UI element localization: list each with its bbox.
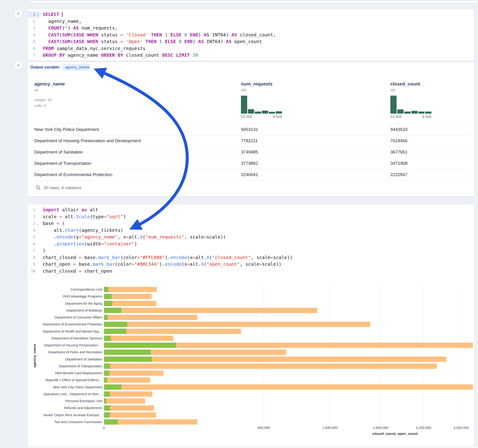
closed_count-bar (104, 398, 145, 404)
y-axis-label: Department of Transportation (59, 364, 102, 368)
previous-cell-edge (29, 0, 478, 3)
histogram-bar (390, 96, 396, 114)
code-text: ) (41, 247, 45, 254)
line-number: 1 (27, 206, 35, 213)
column-dtype: str (34, 88, 241, 92)
open_count-bar (104, 315, 107, 320)
code-line[interactable]: 5 CAST(SUM(CASE WHEN status = 'Open' THE… (27, 38, 474, 45)
x-axis-title: closed_count, open_count (372, 432, 418, 436)
y-axis-label: Mayorâ€ s Office of Special Enforce… (45, 378, 102, 382)
open_count-bar (104, 287, 108, 292)
line-number: 2 (27, 213, 35, 220)
python-cell: 1import altair as alt2scale = alt.Scale(… (27, 204, 475, 447)
table-cell: 3471908 (390, 161, 472, 166)
open_count-bar (104, 350, 151, 355)
closed_count-bar (104, 419, 197, 424)
bar-chart-svg: Correspondence UnitDHS Advantage Program… (27, 285, 474, 446)
add-cell-button[interactable]: + (14, 9, 23, 18)
x-axis-label: 1,600,000 (322, 426, 338, 429)
code-text: .properties(width="container") (41, 241, 137, 248)
y-axis-label: Department of Sanitation (65, 357, 102, 361)
line-number: 2 (27, 18, 35, 25)
histogram-bar (248, 109, 254, 114)
code-line[interactable]: 9chart_open = base.mark_bar(color="#8BC3… (27, 261, 474, 268)
open_count-bar (104, 336, 111, 341)
line-gutter: 9 (27, 261, 41, 268)
code-line[interactable]: 2 agency_name, (27, 18, 474, 25)
y-axis-label: Department of Environmental Protection (43, 322, 102, 326)
open_count-bar (104, 329, 126, 334)
column-histogram (390, 96, 431, 114)
output-variable-row: Output variable: agency_tickets (30, 63, 90, 71)
y-axis-label: Operations Unit - Department of Hom… (43, 392, 102, 396)
python-code-editor[interactable]: 1import altair as alt2scale = alt.Scale(… (27, 204, 474, 274)
code-line[interactable]: 2scale = alt.Scale(type="sqrt") (27, 213, 474, 220)
code-line[interactable]: 8chart_closed = base.mark_bar(color="#FF… (27, 254, 474, 261)
column-header[interactable]: num_requestsi6453,3049.5e6 (241, 81, 390, 124)
line-number: 4 (27, 227, 35, 234)
sql-results-cell: Output variable: agency_tickets agency_n… (27, 62, 475, 196)
table-cell: 2240041 (241, 172, 390, 177)
add-cell-button[interactable]: + (14, 61, 23, 69)
y-axis-label: Personal Exemption Unit (65, 399, 102, 403)
open_count-bar (104, 363, 110, 369)
line-number: 3 (27, 25, 35, 31)
table-row: Department of Transportation377489234719… (34, 158, 472, 169)
chevron-down-icon[interactable]: ⌄ (35, 220, 40, 227)
code-line[interactable]: 7GROUP BY agency_name ORDER BY closed_co… (27, 52, 474, 59)
code-line[interactable]: 1⌄SELECT (27, 11, 474, 18)
code-line[interactable]: 5 .encode(y="agency_name", x=alt.X("num_… (27, 234, 474, 241)
line-number: 5 (27, 38, 35, 45)
code-line[interactable]: 3⌄base = ( (27, 220, 474, 227)
table-row: Department of Housing Preservation and D… (34, 135, 472, 146)
line-number: 9 (27, 261, 35, 268)
dataframe-header: agency_namestrunique: 20nulls: 0num_requ… (34, 81, 472, 124)
chevron-down-icon[interactable]: ⌄ (35, 11, 40, 18)
line-gutter: 3 (27, 25, 41, 31)
search-icon[interactable] (36, 185, 41, 190)
line-gutter: 1⌄ (27, 12, 41, 18)
y-axis-label: Department of Consumer Affairs (54, 316, 102, 319)
table-row: Department of Sanitation37494853677651 (34, 146, 472, 158)
code-line[interactable]: 1import altair as alt (27, 206, 474, 213)
histogram-bar (397, 109, 403, 114)
column-header[interactable]: agency_namestrunique: 20nulls: 0 (34, 81, 241, 124)
histogram-range: 53,3049.5e6 (241, 115, 282, 119)
code-text: agency_name, (41, 18, 82, 25)
code-line[interactable]: 4 CAST(SUM(CASE WHEN status = 'Closed' T… (27, 31, 474, 38)
open_count-bar (104, 405, 110, 411)
x-axis-label: 0 (103, 426, 105, 429)
dataframe-body: New York City Police Department945313194… (34, 124, 472, 180)
line-gutter: 6 (27, 45, 41, 52)
y-axis-label: DHS Advantage Programs (63, 294, 102, 298)
line-gutter: 3⌄ (27, 220, 41, 227)
code-text: alt.Chart(agency_tickets) (41, 227, 123, 234)
sql-code-editor[interactable]: 1⌄SELECT 2 agency_name,3 COUNT(*) AS num… (27, 9, 474, 59)
line-number: 8 (27, 254, 35, 261)
y-axis-label: HRA Benefit Card Replacement (55, 371, 102, 375)
open_count-bar (104, 301, 112, 306)
histogram-bar (241, 96, 247, 114)
y-axis-label: Department of Buildings (66, 309, 102, 312)
code-text: base = ( (41, 220, 65, 227)
closed_count-bar (104, 391, 152, 397)
code-line[interactable]: 6FROM sample_data.nyc.service_requests (27, 45, 474, 52)
code-line[interactable]: 3 COUNT(*) AS num_requests, (27, 25, 474, 31)
code-text: chart_closed + chart_open (41, 268, 112, 275)
code-text: import altair as alt (41, 206, 98, 213)
code-text: CAST(SUM(CASE WHEN status = 'Open' THEN … (41, 38, 262, 45)
table-cell: Department of Sanitation (34, 149, 241, 155)
code-line[interactable]: 7) (27, 247, 474, 254)
table-row: New York City Police Department945313194… (34, 124, 472, 135)
column-header[interactable]: closed_counti6453,3049.4e6 (390, 81, 472, 124)
column-histogram (241, 96, 282, 114)
histogram-bar (411, 111, 418, 114)
code-line[interactable]: 4 alt.Chart(agency_tickets) (27, 227, 474, 234)
closed_count-bar (104, 356, 447, 362)
dataframe-footer: 20 rows, 4 columns (34, 185, 472, 190)
closed_count-bar (104, 405, 154, 411)
code-line[interactable]: 10chart_closed + chart_open (27, 268, 474, 275)
output-variable-chip[interactable]: agency_tickets (63, 64, 90, 70)
code-line[interactable]: 6 .properties(width="container") (27, 241, 474, 248)
notebook-page: + + 1⌄SELECT 2 agency_name,3 COUNT(*) AS… (0, 0, 478, 448)
